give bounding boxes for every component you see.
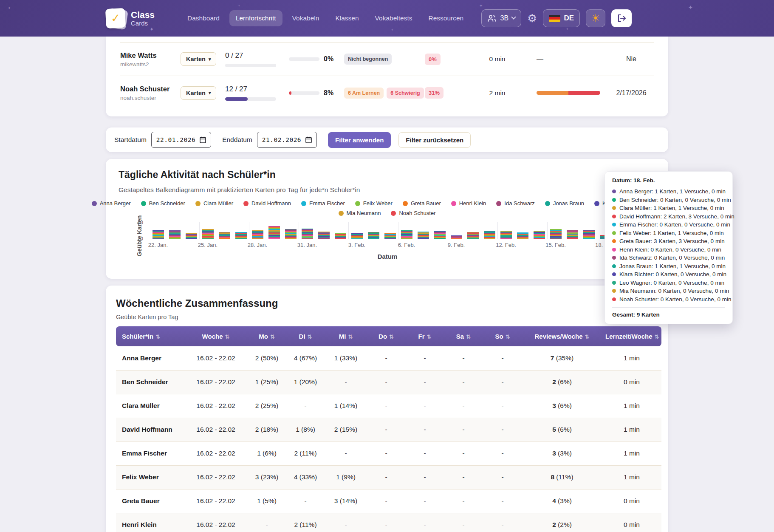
- nav-link-vokabeltests[interactable]: Vokabeltests: [369, 10, 419, 26]
- weekly-student-name: Anna Berger: [116, 346, 184, 370]
- legend-item-jonas-braun[interactable]: Jonas Braun: [545, 200, 584, 207]
- weekly-student-name: Henri Klein: [116, 513, 184, 532]
- brand-line1: Class: [131, 10, 155, 20]
- activity-bar-5-feb[interactable]: [384, 233, 396, 239]
- legend-item-henri-klein[interactable]: Henri Klein: [451, 200, 486, 207]
- legend-item-greta-bauer[interactable]: Greta Bauer: [403, 200, 441, 207]
- tooltip-color-dot: [612, 289, 616, 293]
- legend-item-emma-fischer[interactable]: Emma Fischer: [301, 200, 345, 207]
- activity-bar-30-jan[interactable]: [285, 229, 297, 239]
- x-tick-label: 31. Jan.: [297, 242, 317, 248]
- progress-bar-fill: [225, 97, 248, 101]
- weekly-row-emma-fischer: Emma Fischer16.02 - 22.021 (6%)2 (11%)--…: [116, 441, 661, 465]
- legend-item-ben-schneider[interactable]: Ben Schneider: [141, 200, 185, 207]
- weekly-day-value: 2 (11%): [286, 513, 325, 532]
- activity-bar-2-feb[interactable]: [335, 233, 346, 239]
- reset-filter-button[interactable]: Filter zurücksetzen: [398, 132, 471, 148]
- language-selector[interactable]: DE: [543, 9, 580, 27]
- app-brand[interactable]: Class Cards: [106, 8, 155, 28]
- column-header-lernzeit-woche[interactable]: Lernzeit/Woche: [602, 326, 661, 346]
- activity-bar-14-feb[interactable]: [534, 231, 545, 239]
- legend-label: Clara Müller: [203, 200, 233, 207]
- activity-bar-6-feb[interactable]: [401, 230, 412, 239]
- activity-bar-28-jan[interactable]: [252, 230, 263, 239]
- activity-bar-29-jan[interactable]: [268, 226, 280, 239]
- column-header-woche[interactable]: Woche: [184, 326, 248, 346]
- column-header-sa[interactable]: Sa: [444, 326, 483, 346]
- class-selector[interactable]: 3B: [481, 9, 521, 27]
- score-badge: 0%: [425, 54, 441, 65]
- column-header-reviews-woche[interactable]: Reviews/Woche: [522, 326, 602, 346]
- legend-item-anna-berger[interactable]: Anna Berger: [92, 200, 131, 207]
- weekly-row-anna-berger: Anna Berger16.02 - 22.022 (50%)4 (67%)1 …: [116, 346, 661, 370]
- activity-bar-1-feb[interactable]: [318, 232, 330, 239]
- activity-bar-10-feb[interactable]: [467, 232, 479, 239]
- logout-button[interactable]: [611, 9, 632, 27]
- legend-label: Greta Bauer: [411, 200, 441, 207]
- activity-bar-15-feb[interactable]: [550, 229, 562, 239]
- activity-bar-24-jan[interactable]: [186, 233, 197, 239]
- sort-icon: [270, 334, 275, 340]
- activity-bar-27-jan[interactable]: [235, 232, 247, 239]
- accuracy-bar-fill: [289, 91, 291, 95]
- column-header-di[interactable]: Di: [286, 326, 325, 346]
- activity-bar-9-feb[interactable]: [451, 235, 462, 239]
- mode-dropdown-button[interactable]: Karten: [181, 86, 216, 100]
- activity-bar-3-feb[interactable]: [351, 233, 363, 239]
- users-icon: [487, 15, 497, 22]
- legend-color-dot: [496, 201, 501, 206]
- weekly-day-value: -: [444, 418, 483, 441]
- weekly-reviews-pct: (11%): [556, 473, 573, 481]
- x-tick-label: 28. Jan.: [248, 242, 267, 248]
- activity-bar-23-jan[interactable]: [169, 230, 181, 239]
- tooltip-item-jonas-braun: Jonas Braun: 1 Karten, 1 Versuche, 0 min: [612, 262, 725, 271]
- weekly-day-value: -: [406, 370, 444, 394]
- activity-bar-7-feb[interactable]: [418, 232, 429, 239]
- legend-item-felix-weber[interactable]: Felix Weber: [355, 200, 393, 207]
- legend-item-mia-neumann[interactable]: Mia Neumann: [339, 210, 381, 216]
- column-header-sch-ler-in[interactable]: Schüler*in: [116, 326, 184, 346]
- activity-bar-17-feb[interactable]: [583, 230, 595, 239]
- legend-item-noah-schuster[interactable]: Noah Schuster: [391, 210, 435, 216]
- start-date-input[interactable]: 22.01.2026: [151, 132, 211, 148]
- bar-segment: [202, 238, 214, 239]
- apply-filter-button[interactable]: Filter anwenden: [328, 132, 391, 148]
- theme-toggle-button[interactable]: [586, 9, 605, 27]
- activity-bar-22-jan[interactable]: [153, 230, 164, 239]
- legend-item-david-hoffmann[interactable]: David Hoffmann: [243, 200, 291, 207]
- legend-item-clara-m-ller[interactable]: Clara Müller: [195, 200, 233, 207]
- activity-bar-12-feb[interactable]: [500, 231, 512, 239]
- mode-dropdown-button[interactable]: Karten: [181, 52, 216, 66]
- weekly-week-range: 16.02 - 22.02: [184, 513, 248, 532]
- nav-link-klassen[interactable]: Klassen: [329, 10, 365, 26]
- activity-bar-4-feb[interactable]: [368, 232, 379, 239]
- column-header-mo[interactable]: Mo: [248, 326, 286, 346]
- activity-bar-25-jan[interactable]: [202, 229, 214, 239]
- column-header-so[interactable]: So: [483, 326, 522, 346]
- activity-bar-13-feb[interactable]: [517, 232, 528, 239]
- activity-bar-16-feb[interactable]: [567, 230, 578, 239]
- weekly-reviews: 2 (2%): [522, 513, 602, 532]
- status-badges: 6 Am Lernen6 Schwierig: [344, 88, 425, 99]
- column-header-do[interactable]: Do: [367, 326, 406, 346]
- bar-segment: [252, 238, 263, 239]
- activity-bar-8-feb[interactable]: [434, 231, 446, 239]
- legend-item-ida-schwarz[interactable]: Ida Schwarz: [496, 200, 535, 207]
- nav-link-ressourcen[interactable]: Ressourcen: [422, 10, 470, 26]
- activity-bar-31-jan[interactable]: [302, 229, 313, 239]
- weekly-reviews-pct: (6%): [558, 378, 572, 385]
- end-date-input[interactable]: 21.02.2026: [257, 132, 317, 148]
- settings-button[interactable]: [527, 13, 537, 24]
- class-selector-label: 3B: [500, 14, 508, 22]
- column-header-mi[interactable]: Mi: [325, 326, 367, 346]
- bar-segment: [401, 238, 412, 239]
- nav-link-vokabeln[interactable]: Vokabeln: [286, 10, 326, 26]
- column-header-fr[interactable]: Fr: [406, 326, 444, 346]
- weekly-learn-time: 0 min: [602, 513, 661, 532]
- nav-link-dashboard[interactable]: Dashboard: [181, 10, 226, 26]
- nav-link-lernfortschritt[interactable]: Lernfortschritt: [229, 10, 282, 26]
- weekly-learn-time: 1 min: [602, 394, 661, 418]
- bar-segment: [583, 238, 595, 239]
- activity-bar-11-feb[interactable]: [484, 231, 495, 239]
- activity-bar-26-jan[interactable]: [219, 232, 230, 239]
